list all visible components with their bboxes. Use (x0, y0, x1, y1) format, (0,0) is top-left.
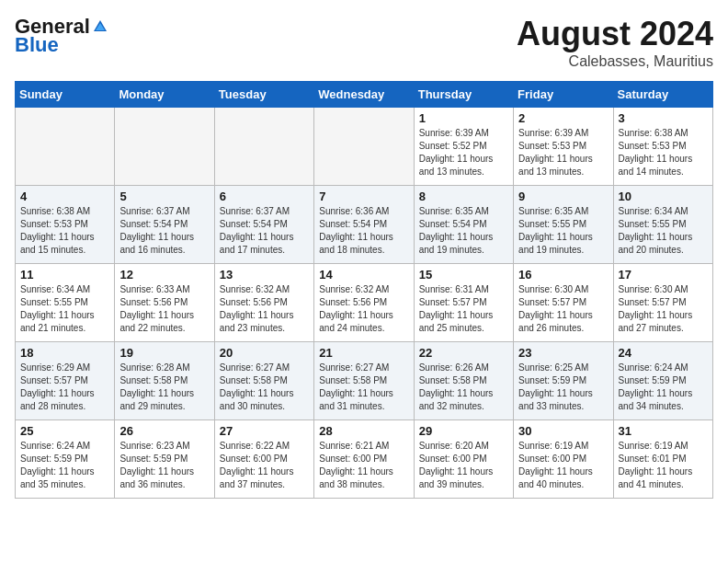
day-info: Sunrise: 6:23 AMSunset: 5:59 PMDaylight:… (119, 440, 209, 491)
day-number: 14 (319, 268, 408, 282)
calendar-cell: 13Sunrise: 6:32 AMSunset: 5:56 PMDayligh… (214, 264, 313, 342)
calendar-cell: 26Sunrise: 6:23 AMSunset: 5:59 PMDayligh… (115, 420, 214, 499)
calendar-cell (16, 108, 115, 186)
calendar-cell: 16Sunrise: 6:30 AMSunset: 5:57 PMDayligh… (514, 264, 613, 342)
calendar-table: SundayMondayTuesdayWednesdayThursdayFrid… (15, 81, 713, 499)
day-info: Sunrise: 6:19 AMSunset: 6:01 PMDaylight:… (619, 440, 708, 491)
week-row-4: 18Sunrise: 6:29 AMSunset: 5:57 PMDayligh… (16, 342, 713, 420)
location: Calebasses, Mauritius (517, 53, 713, 70)
day-info: Sunrise: 6:27 AMSunset: 5:58 PMDaylight:… (220, 362, 309, 413)
logo: General Blue (15, 15, 108, 57)
day-number: 26 (119, 424, 209, 438)
day-number: 9 (518, 190, 608, 203)
day-number: 21 (319, 346, 408, 360)
calendar-cell: 5Sunrise: 6:37 AMSunset: 5:54 PMDaylight… (115, 186, 214, 264)
calendar-cell: 9Sunrise: 6:35 AMSunset: 5:55 PMDaylight… (514, 186, 613, 264)
calendar-cell: 19Sunrise: 6:28 AMSunset: 5:58 PMDayligh… (115, 342, 214, 420)
calendar-cell (214, 108, 313, 186)
day-number: 28 (319, 424, 408, 438)
calendar-cell: 12Sunrise: 6:33 AMSunset: 5:56 PMDayligh… (115, 264, 214, 342)
day-number: 17 (619, 268, 708, 282)
day-info: Sunrise: 6:19 AMSunset: 6:00 PMDaylight:… (518, 440, 608, 491)
day-number: 29 (419, 424, 508, 438)
day-number: 25 (20, 424, 109, 438)
calendar-cell: 28Sunrise: 6:21 AMSunset: 6:00 PMDayligh… (314, 420, 414, 499)
weekday-tuesday: Tuesday (214, 82, 313, 108)
calendar-cell: 15Sunrise: 6:31 AMSunset: 5:57 PMDayligh… (414, 264, 513, 342)
day-number: 4 (20, 190, 109, 203)
day-number: 7 (319, 190, 408, 203)
weekday-saturday: Saturday (613, 82, 712, 108)
logo-icon (92, 18, 108, 35)
title-area: August 2024 Calebasses, Mauritius (517, 15, 713, 70)
day-number: 22 (419, 346, 508, 360)
day-number: 23 (518, 346, 608, 360)
month-year: August 2024 (517, 15, 713, 53)
day-info: Sunrise: 6:32 AMSunset: 5:56 PMDaylight:… (319, 283, 408, 335)
day-number: 12 (119, 268, 209, 282)
day-number: 5 (119, 190, 209, 203)
week-row-3: 11Sunrise: 6:34 AMSunset: 5:55 PMDayligh… (16, 264, 713, 342)
day-info: Sunrise: 6:36 AMSunset: 5:54 PMDaylight:… (319, 205, 408, 257)
weekday-friday: Friday (514, 82, 613, 108)
day-number: 20 (220, 346, 309, 360)
calendar-cell: 30Sunrise: 6:19 AMSunset: 6:00 PMDayligh… (514, 420, 613, 499)
day-info: Sunrise: 6:24 AMSunset: 5:59 PMDaylight:… (20, 440, 109, 491)
calendar-cell: 7Sunrise: 6:36 AMSunset: 5:54 PMDaylight… (314, 186, 414, 264)
day-number: 8 (419, 190, 508, 203)
day-info: Sunrise: 6:24 AMSunset: 5:59 PMDaylight:… (619, 362, 708, 413)
calendar-cell: 31Sunrise: 6:19 AMSunset: 6:01 PMDayligh… (613, 420, 712, 499)
day-info: Sunrise: 6:37 AMSunset: 5:54 PMDaylight:… (119, 205, 209, 257)
weekday-sunday: Sunday (16, 82, 115, 108)
calendar-cell: 23Sunrise: 6:25 AMSunset: 5:59 PMDayligh… (514, 342, 613, 420)
weekday-header-row: SundayMondayTuesdayWednesdayThursdayFrid… (16, 82, 713, 108)
weekday-wednesday: Wednesday (314, 82, 414, 108)
calendar-cell (314, 108, 414, 186)
day-info: Sunrise: 6:27 AMSunset: 5:58 PMDaylight:… (319, 362, 408, 413)
day-number: 2 (518, 111, 608, 125)
calendar-cell: 1Sunrise: 6:39 AMSunset: 5:52 PMDaylight… (414, 108, 513, 186)
calendar-cell: 22Sunrise: 6:26 AMSunset: 5:58 PMDayligh… (414, 342, 513, 420)
day-info: Sunrise: 6:34 AMSunset: 5:55 PMDaylight:… (20, 283, 109, 335)
day-info: Sunrise: 6:32 AMSunset: 5:56 PMDaylight:… (220, 283, 309, 335)
day-number: 24 (619, 346, 708, 360)
day-number: 30 (518, 424, 608, 438)
week-row-5: 25Sunrise: 6:24 AMSunset: 5:59 PMDayligh… (16, 420, 713, 499)
weekday-monday: Monday (115, 82, 214, 108)
day-number: 3 (619, 111, 708, 125)
day-info: Sunrise: 6:33 AMSunset: 5:56 PMDaylight:… (119, 283, 209, 335)
day-number: 6 (220, 190, 309, 203)
page-header: General Blue August 2024 Calebasses, Mau… (15, 15, 713, 70)
day-number: 13 (220, 268, 309, 282)
day-info: Sunrise: 6:20 AMSunset: 6:00 PMDaylight:… (419, 440, 508, 491)
day-info: Sunrise: 6:25 AMSunset: 5:59 PMDaylight:… (518, 362, 608, 413)
day-number: 16 (518, 268, 608, 282)
day-info: Sunrise: 6:39 AMSunset: 5:53 PMDaylight:… (518, 127, 608, 178)
week-row-1: 1Sunrise: 6:39 AMSunset: 5:52 PMDaylight… (16, 108, 713, 186)
calendar-cell: 27Sunrise: 6:22 AMSunset: 6:00 PMDayligh… (214, 420, 313, 499)
day-number: 18 (20, 346, 109, 360)
calendar-cell: 6Sunrise: 6:37 AMSunset: 5:54 PMDaylight… (214, 186, 313, 264)
calendar-cell: 8Sunrise: 6:35 AMSunset: 5:54 PMDaylight… (414, 186, 513, 264)
day-info: Sunrise: 6:37 AMSunset: 5:54 PMDaylight:… (220, 205, 309, 257)
day-info: Sunrise: 6:26 AMSunset: 5:58 PMDaylight:… (419, 362, 508, 413)
day-info: Sunrise: 6:30 AMSunset: 5:57 PMDaylight:… (518, 283, 608, 335)
day-info: Sunrise: 6:22 AMSunset: 6:00 PMDaylight:… (220, 440, 309, 491)
calendar-cell: 4Sunrise: 6:38 AMSunset: 5:53 PMDaylight… (16, 186, 115, 264)
day-number: 11 (20, 268, 109, 282)
calendar-cell: 20Sunrise: 6:27 AMSunset: 5:58 PMDayligh… (214, 342, 313, 420)
calendar-cell: 14Sunrise: 6:32 AMSunset: 5:56 PMDayligh… (314, 264, 414, 342)
logo-blue-text: Blue (15, 33, 59, 57)
day-info: Sunrise: 6:31 AMSunset: 5:57 PMDaylight:… (419, 283, 508, 335)
day-info: Sunrise: 6:30 AMSunset: 5:57 PMDaylight:… (619, 283, 708, 335)
calendar-cell: 21Sunrise: 6:27 AMSunset: 5:58 PMDayligh… (314, 342, 414, 420)
day-info: Sunrise: 6:38 AMSunset: 5:53 PMDaylight:… (20, 205, 109, 257)
calendar-cell: 3Sunrise: 6:38 AMSunset: 5:53 PMDaylight… (613, 108, 712, 186)
day-info: Sunrise: 6:38 AMSunset: 5:53 PMDaylight:… (619, 127, 708, 178)
day-info: Sunrise: 6:35 AMSunset: 5:55 PMDaylight:… (518, 205, 608, 257)
calendar-cell: 11Sunrise: 6:34 AMSunset: 5:55 PMDayligh… (16, 264, 115, 342)
day-number: 27 (220, 424, 309, 438)
day-info: Sunrise: 6:35 AMSunset: 5:54 PMDaylight:… (419, 205, 508, 257)
day-number: 10 (619, 190, 708, 203)
day-info: Sunrise: 6:29 AMSunset: 5:57 PMDaylight:… (20, 362, 109, 413)
